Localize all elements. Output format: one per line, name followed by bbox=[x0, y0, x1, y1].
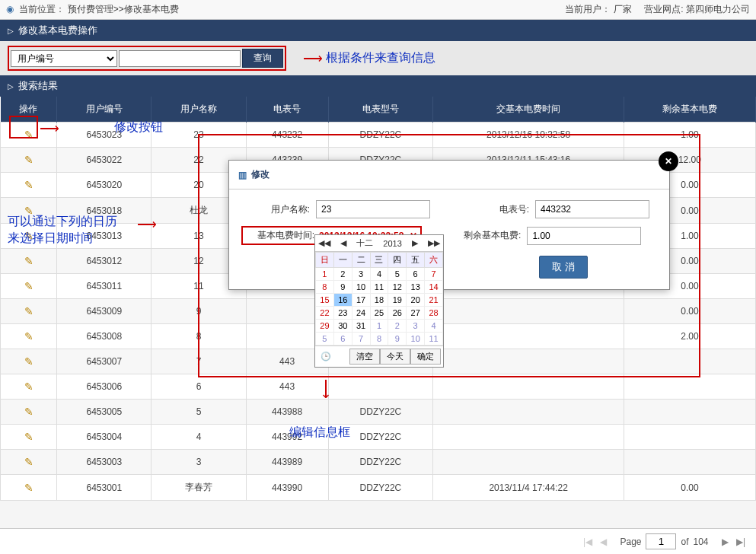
meter-input[interactable] bbox=[535, 200, 649, 218]
edit-icon[interactable]: ✎ bbox=[24, 330, 33, 342]
cell-name: 6 bbox=[152, 374, 246, 400]
calendar-clear-button[interactable]: 清空 bbox=[349, 349, 380, 365]
calendar-day[interactable]: 6 bbox=[333, 333, 352, 345]
calendar-day[interactable]: 13 bbox=[407, 281, 425, 294]
calendar-day[interactable]: 22 bbox=[316, 307, 334, 320]
user-info: 当前用户： 厂家 营业网点: 第四师电力公司 bbox=[565, 3, 750, 16]
edit-icon[interactable]: ✎ bbox=[24, 355, 33, 368]
username-label: 用户名称: bbox=[241, 203, 310, 216]
calendar-day[interactable]: 16 bbox=[333, 294, 352, 307]
calendar-day[interactable]: 19 bbox=[388, 294, 407, 307]
calendar-day[interactable]: 6 bbox=[407, 268, 425, 281]
calendar-day[interactable]: 2 bbox=[388, 320, 407, 333]
edit-icon[interactable]: ✎ bbox=[24, 305, 33, 317]
calendar-day[interactable]: 1 bbox=[370, 320, 388, 333]
calendar-day[interactable]: 23 bbox=[333, 307, 352, 320]
edit-icon[interactable]: ✎ bbox=[24, 154, 33, 166]
prev-page-button[interactable]: ◀ bbox=[598, 536, 608, 547]
calendar-day[interactable]: 14 bbox=[425, 281, 443, 294]
calendar-day[interactable]: 9 bbox=[388, 333, 407, 345]
calendar-day[interactable]: 10 bbox=[407, 333, 425, 345]
dialog-close-button[interactable]: ✕ bbox=[659, 151, 678, 171]
edit-icon[interactable]: ✎ bbox=[24, 129, 33, 141]
page-input[interactable] bbox=[646, 533, 676, 549]
calendar-day[interactable]: 9 bbox=[333, 281, 352, 294]
weekday-header: 四 bbox=[388, 253, 407, 268]
calendar-day[interactable]: 11 bbox=[425, 333, 443, 345]
edit-icon[interactable]: ✎ bbox=[24, 456, 33, 468]
calendar-day[interactable]: 21 bbox=[425, 294, 443, 307]
calendar-day[interactable]: 25 bbox=[370, 307, 388, 320]
location-icon: ◉ bbox=[6, 4, 14, 14]
cell-meter: 443992 bbox=[246, 425, 328, 450]
calendar-day[interactable]: 31 bbox=[352, 320, 370, 333]
cell-name: 4 bbox=[152, 425, 246, 450]
calendar-day[interactable]: 3 bbox=[407, 320, 425, 333]
edit-icon[interactable]: ✎ bbox=[24, 380, 33, 393]
calendar-day[interactable]: 1 bbox=[316, 268, 334, 281]
edit-icon[interactable]: ✎ bbox=[24, 230, 33, 242]
user-label: 当前用户： bbox=[565, 4, 611, 14]
dialog-title: 修改 bbox=[251, 168, 270, 181]
edit-icon[interactable]: ✎ bbox=[24, 482, 33, 494]
edit-icon[interactable]: ✎ bbox=[24, 431, 33, 443]
next-month-button[interactable]: ▶ bbox=[412, 238, 418, 248]
calendar-day[interactable]: 18 bbox=[370, 294, 388, 307]
prev-year-button[interactable]: ◀◀ bbox=[318, 238, 330, 248]
calendar-day[interactable]: 12 bbox=[388, 281, 407, 294]
calendar-day[interactable]: 29 bbox=[316, 320, 334, 333]
calendar-day[interactable]: 7 bbox=[425, 268, 443, 281]
collapse-icon[interactable]: ▷ bbox=[8, 82, 14, 91]
cell-model bbox=[328, 374, 433, 400]
username-input[interactable] bbox=[316, 200, 430, 218]
edit-icon[interactable]: ✎ bbox=[24, 280, 33, 292]
of-label: of bbox=[681, 536, 688, 547]
calendar-day[interactable]: 5 bbox=[388, 268, 407, 281]
edit-icon[interactable]: ✎ bbox=[24, 406, 33, 418]
calendar-day[interactable]: 24 bbox=[352, 307, 370, 320]
calendar-day[interactable]: 28 bbox=[425, 307, 443, 320]
first-page-button[interactable]: |◀ bbox=[582, 536, 594, 547]
collapse-icon[interactable]: ▷ bbox=[8, 27, 14, 35]
calendar-day[interactable]: 15 bbox=[316, 294, 334, 307]
cancel-button[interactable]: 取 消 bbox=[539, 256, 588, 279]
branch-label: 营业网点: bbox=[644, 4, 683, 14]
calendar-day[interactable]: 4 bbox=[370, 268, 388, 281]
calendar-day[interactable]: 27 bbox=[407, 307, 425, 320]
calendar-ok-button[interactable]: 确定 bbox=[410, 349, 441, 365]
calendar-today-button[interactable]: 今天 bbox=[380, 349, 410, 365]
table-row: ✎645302323443232DDZY22C2013/12/16 10:32:… bbox=[1, 123, 756, 148]
next-year-button[interactable]: ▶▶ bbox=[428, 238, 440, 248]
calendar-day[interactable]: 20 bbox=[407, 294, 425, 307]
prev-month-button[interactable]: ◀ bbox=[340, 238, 346, 248]
next-page-button[interactable]: ▶ bbox=[720, 536, 730, 547]
arrow-icon: ⟶ bbox=[303, 50, 323, 67]
calendar-year[interactable]: 2013 bbox=[383, 239, 401, 248]
calendar-day[interactable]: 17 bbox=[352, 294, 370, 307]
query-button[interactable]: 查询 bbox=[242, 49, 283, 68]
search-input[interactable] bbox=[119, 50, 241, 67]
balance-input[interactable] bbox=[527, 227, 641, 245]
search-field-select[interactable]: 用户编号 bbox=[11, 50, 117, 67]
clock-icon[interactable]: 🕒 bbox=[321, 352, 331, 361]
weekday-header: 日 bbox=[316, 253, 334, 268]
cell-model: DDZY22C bbox=[328, 400, 433, 425]
balance-label: 剩余基本电费: bbox=[452, 229, 521, 242]
calendar-day[interactable]: 10 bbox=[352, 281, 370, 294]
calendar-day[interactable]: 11 bbox=[370, 281, 388, 294]
calendar-day[interactable]: 26 bbox=[388, 307, 407, 320]
calendar-day[interactable]: 7 bbox=[352, 333, 370, 345]
calendar-month[interactable]: 十二 bbox=[356, 237, 373, 249]
calendar-day[interactable]: 30 bbox=[333, 320, 352, 333]
last-page-button[interactable]: ▶| bbox=[735, 536, 747, 547]
calendar-day[interactable]: 2 bbox=[333, 268, 352, 281]
calendar-day[interactable]: 8 bbox=[370, 333, 388, 345]
calendar-day[interactable]: 4 bbox=[425, 320, 443, 333]
calendar-day[interactable]: 8 bbox=[316, 281, 334, 294]
search-panel-header: ▷ 修改基本电费操作 bbox=[0, 20, 756, 41]
edit-icon[interactable]: ✎ bbox=[24, 205, 33, 217]
edit-icon[interactable]: ✎ bbox=[24, 255, 33, 267]
edit-icon[interactable]: ✎ bbox=[24, 179, 33, 191]
calendar-day[interactable]: 3 bbox=[352, 268, 370, 281]
calendar-day[interactable]: 5 bbox=[316, 333, 334, 345]
